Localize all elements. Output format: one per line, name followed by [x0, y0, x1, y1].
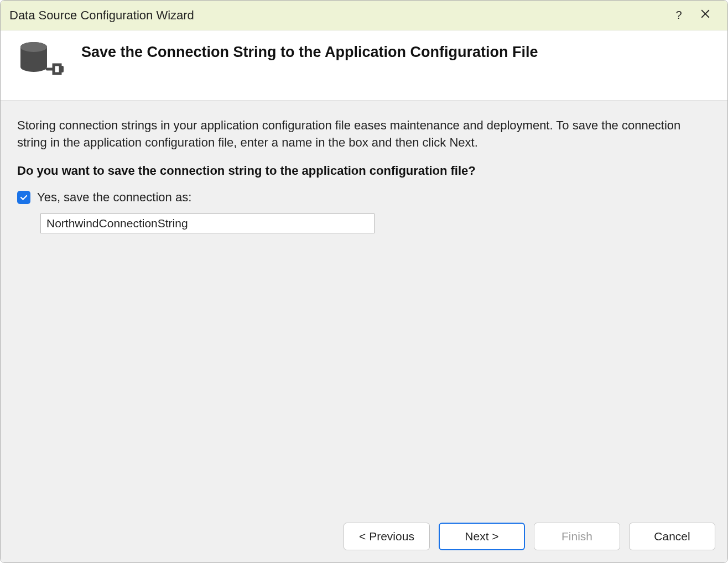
save-connection-checkbox[interactable]	[17, 191, 30, 204]
wizard-dialog: Data Source Configuration Wizard ? Save …	[0, 0, 728, 563]
close-button[interactable]	[692, 4, 719, 27]
database-icon	[17, 41, 64, 80]
window-title: Data Source Configuration Wizard	[9, 8, 665, 23]
help-button[interactable]: ?	[665, 4, 692, 27]
finish-button[interactable]: Finish	[534, 523, 620, 550]
svg-point-4	[20, 62, 47, 72]
cancel-button[interactable]: Cancel	[629, 523, 715, 550]
header-panel: Save the Connection String to the Applic…	[1, 30, 727, 101]
save-connection-label[interactable]: Yes, save the connection as:	[37, 190, 191, 205]
content-panel: Storing connection strings in your appli…	[1, 101, 727, 513]
button-bar: < Previous Next > Finish Cancel	[1, 513, 727, 562]
page-heading: Save the Connection String to the Applic…	[81, 41, 538, 61]
save-connection-checkbox-row: Yes, save the connection as:	[17, 190, 711, 205]
titlebar: Data Source Configuration Wizard ?	[1, 1, 727, 30]
description-text: Storing connection strings in your appli…	[17, 117, 711, 152]
svg-rect-6	[59, 66, 64, 72]
question-text: Do you want to save the connection strin…	[17, 164, 711, 178]
checkmark-icon	[19, 193, 28, 202]
previous-button[interactable]: < Previous	[344, 523, 430, 550]
next-button[interactable]: Next >	[439, 523, 525, 550]
close-icon	[700, 9, 710, 22]
connection-name-wrap	[40, 213, 711, 233]
help-icon: ?	[675, 9, 682, 22]
svg-point-5	[20, 42, 47, 52]
connection-name-input[interactable]	[40, 213, 375, 233]
